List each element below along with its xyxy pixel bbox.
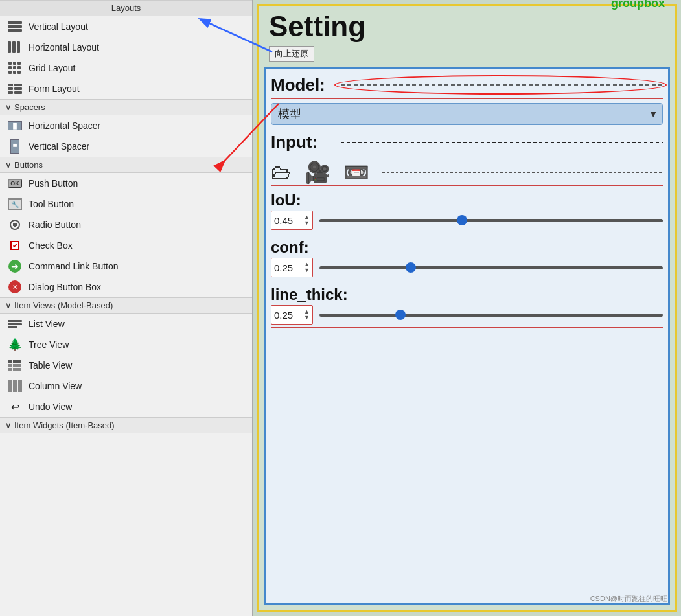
- sidebar-item-grid-layout[interactable]: Grid Layout: [0, 58, 252, 78]
- sidebar-item-label: Column View: [29, 381, 82, 391]
- sidebar-item-label: Table View: [29, 360, 72, 371]
- iou-slider-thumb[interactable]: [457, 215, 467, 225]
- form-layout-icon: [6, 82, 23, 95]
- sidebar-item-radio-button[interactable]: Radio Button: [0, 214, 252, 235]
- input-dashed-field[interactable]: [341, 133, 663, 152]
- sidebar-item-undo-view[interactable]: ↩ Undo View: [0, 396, 252, 417]
- sidebar-item-column-view[interactable]: Column View: [0, 376, 252, 396]
- sidebar-item-label: Push Button: [29, 178, 78, 188]
- sidebar-item-push-button[interactable]: OK Push Button: [0, 173, 252, 194]
- model-row: Model:: [271, 74, 663, 99]
- sidebar-item-label: Vertical Spacer: [29, 141, 89, 152]
- sidebar-item-form-layout[interactable]: Form Layout: [0, 78, 252, 99]
- buttons-header[interactable]: ∨ Buttons: [0, 157, 252, 173]
- dialog-button-box-icon: ✕: [6, 280, 23, 293]
- camera-icon[interactable]: 🎥: [305, 162, 330, 183]
- sidebar-item-list-view[interactable]: List View: [0, 314, 252, 334]
- dropdown-row: 模型 ▼: [271, 103, 663, 128]
- left-panel: Layouts Vertical Layout Horizontal Layou…: [0, 0, 253, 616]
- push-button-icon: OK: [6, 177, 23, 190]
- sidebar-item-vertical-layout[interactable]: Vertical Layout: [0, 16, 252, 37]
- sidebar-item-label: Form Layout: [29, 84, 80, 94]
- conf-spinbox-arrows[interactable]: ▲ ▼: [304, 262, 310, 273]
- conf-section: conf: 0.25 ▲ ▼: [271, 237, 663, 280]
- iou-spinbox[interactable]: 0.45 ▲ ▼: [271, 211, 313, 230]
- conf-slider-thumb[interactable]: [406, 262, 416, 273]
- sidebar-item-label: Vertical Layout: [29, 21, 88, 32]
- sidebar-item-horizontal-spacer[interactable]: ▐▌ Horizontal Spacer: [0, 115, 252, 136]
- iou-label: IoU:: [271, 190, 663, 211]
- command-link-button-icon: ➜: [6, 260, 23, 273]
- layouts-header: Layouts: [0, 0, 252, 16]
- line-thick-label: line_thick:: [271, 284, 663, 305]
- conf-label: conf:: [271, 237, 663, 258]
- sidebar-item-label: Dialog Button Box: [29, 282, 101, 292]
- sidebar-item-label: Radio Button: [29, 220, 81, 230]
- sidebar-item-tree-view[interactable]: 🌲 Tree View: [0, 334, 252, 355]
- conf-spinbox[interactable]: 0.25 ▲ ▼: [271, 258, 313, 277]
- list-view-icon: [6, 317, 23, 330]
- table-view-icon: [6, 359, 23, 372]
- sidebar-item-label: List View: [29, 319, 65, 329]
- vertical-layout-icon: [6, 20, 23, 33]
- sidebar-item-dialog-button-box[interactable]: ✕ Dialog Button Box: [0, 277, 252, 297]
- line-thick-slider-row: 0.25 ▲ ▼: [271, 305, 663, 328]
- sidebar-item-label: Check Box: [29, 240, 73, 251]
- input-label: Input:: [271, 132, 336, 152]
- line-thick-value: 0.25: [274, 310, 293, 321]
- radio-button-icon: [6, 218, 23, 231]
- watermark: CSDN@时而跑往的旺旺: [590, 594, 667, 604]
- conf-value: 0.25: [274, 262, 293, 273]
- setting-title: Setting: [259, 6, 675, 45]
- line-thick-spinbox[interactable]: 0.25 ▲ ▼: [271, 305, 313, 325]
- item-views-header[interactable]: ∨ Item Views (Model-Based): [0, 297, 252, 314]
- iou-section: IoU: 0.45 ▲ ▼: [271, 190, 663, 233]
- sidebar-item-check-box[interactable]: ✔ Check Box: [0, 235, 252, 256]
- sidebar-item-label: Command Link Button: [29, 261, 119, 271]
- input-row: Input:: [271, 132, 663, 155]
- item-widgets-header[interactable]: ∨ Item Widgets (Item-Based): [0, 417, 252, 433]
- model-label: Model:: [271, 75, 336, 95]
- sidebar-item-label: Tree View: [29, 339, 69, 350]
- line-thick-slider-track[interactable]: [319, 314, 663, 317]
- line-thick-section: line_thick: 0.25 ▲ ▼: [271, 284, 663, 328]
- iou-slider-track[interactable]: [319, 219, 663, 222]
- folder-icon[interactable]: 🗁: [271, 162, 292, 183]
- groupbox-label: groupbox: [611, 0, 665, 10]
- sidebar-item-vertical-spacer[interactable]: ▀ Vertical Spacer: [0, 136, 252, 157]
- sidebar-item-label: Grid Layout: [29, 63, 75, 73]
- right-panel: groupbox Setting 向上还原 Model: 模型: [253, 0, 681, 616]
- tool-button-icon: 🔧: [6, 198, 23, 211]
- line-thick-spinbox-arrows[interactable]: ▲ ▼: [304, 309, 310, 321]
- iou-value: 0.45: [274, 215, 293, 226]
- sidebar-item-label: Undo View: [29, 402, 72, 412]
- sidebar-item-label: Horizontal Layout: [29, 42, 99, 52]
- check-box-icon: ✔: [6, 239, 23, 252]
- conf-slider-row: 0.25 ▲ ▼: [271, 258, 663, 280]
- grid-layout-icon: [6, 62, 23, 74]
- sidebar-item-horizontal-layout[interactable]: Horizontal Layout: [0, 37, 252, 58]
- sidebar-item-label: Tool Button: [29, 199, 74, 209]
- restore-button[interactable]: 向上还原: [269, 46, 314, 62]
- sidebar-item-tool-button[interactable]: 🔧 Tool Button: [0, 194, 252, 214]
- sidebar-item-label: Horizontal Spacer: [29, 120, 100, 131]
- sidebar-item-table-view[interactable]: Table View: [0, 355, 252, 376]
- iou-spinbox-arrows[interactable]: ▲ ▼: [304, 214, 310, 226]
- sidebar-item-command-link-button[interactable]: ➜ Command Link Button: [0, 256, 252, 277]
- model-dropdown[interactable]: 模型: [271, 103, 663, 125]
- line-thick-slider-thumb[interactable]: [395, 310, 406, 320]
- column-view-icon: [6, 380, 23, 393]
- dropdown-wrapper: 模型 ▼: [271, 103, 663, 125]
- undo-view-icon: ↩: [6, 400, 23, 413]
- horizontal-layout-icon: [6, 41, 23, 54]
- conf-slider-track[interactable]: [319, 266, 663, 269]
- media-icon[interactable]: 📼: [343, 162, 369, 183]
- model-dashed-input[interactable]: [341, 74, 663, 96]
- icons-row: 🗁 🎥 📼: [271, 159, 663, 186]
- icon-dashed-area: [382, 166, 663, 179]
- groupbox: groupbox Setting 向上还原 Model: 模型: [257, 4, 677, 612]
- inner-content: Model: 模型 ▼ Input:: [264, 67, 670, 605]
- iou-slider-row: 0.45 ▲ ▼: [271, 211, 663, 233]
- tree-view-icon: 🌲: [6, 338, 23, 351]
- spacers-header[interactable]: ∨ Spacers: [0, 99, 252, 115]
